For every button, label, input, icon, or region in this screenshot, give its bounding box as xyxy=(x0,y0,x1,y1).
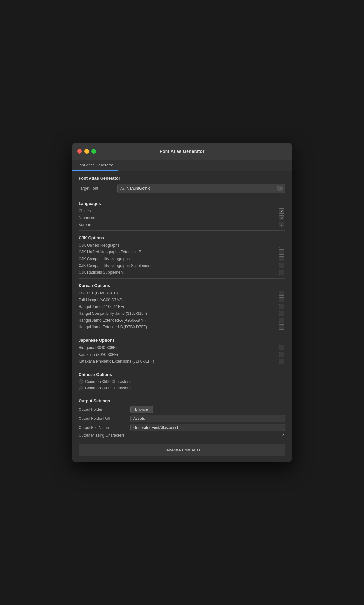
chinese-options-header: Chinese Options xyxy=(79,372,285,377)
font-select-inner: Aa NanumGothic xyxy=(120,186,150,191)
lang-korean-row: Korean ✓ xyxy=(79,222,285,227)
divider-6 xyxy=(79,394,285,394)
font-circle-button[interactable]: ○ xyxy=(277,186,283,191)
common-7000-radio[interactable] xyxy=(79,386,83,390)
hangul-jamo-label: Hangul Jamo (1100-11FF) xyxy=(79,304,124,309)
ks1001-checkbox[interactable] xyxy=(279,291,284,296)
output-file-name-input[interactable] xyxy=(130,424,285,431)
cjk-unified-checkbox[interactable] xyxy=(279,243,284,248)
hangul-jamo-ext-a-row: Hangul Jamo Extended-A (A960-A97F) xyxy=(79,318,285,323)
ks1001-label: KS-1001 (B0A0-C8FF) xyxy=(79,291,118,295)
hangul-compat-jamo-checkbox[interactable] xyxy=(279,311,284,316)
font-value: NanumGothic xyxy=(126,186,150,191)
lang-korean-label: Korean xyxy=(79,222,91,227)
section-title-main: Font Atlas Generator xyxy=(79,176,285,181)
title-bar: Font Atlas Generator xyxy=(72,143,292,160)
close-button[interactable] xyxy=(77,149,82,154)
cjk-compat-supp-checkbox[interactable] xyxy=(279,263,284,268)
katakana-phonetic-checkbox[interactable] xyxy=(279,359,284,364)
cjk-compat-row: CJK Compatibility Ideographs xyxy=(79,256,285,261)
cjk-compat-checkbox[interactable] xyxy=(279,256,284,261)
lang-japanese-checkbox[interactable]: ✓ xyxy=(279,215,284,220)
content-area: Font Atlas Generator Target Font Aa Nanu… xyxy=(72,171,292,462)
hangul-compat-jamo-row: Hangul Compatibility Jamo (3130-318F) xyxy=(79,311,285,316)
cjk-compat-label: CJK Compatibility Ideographs xyxy=(79,257,130,261)
output-file-name-label: Output File Name xyxy=(79,425,130,430)
output-folder-path-row: Output Folder Path xyxy=(79,415,285,422)
target-font-select[interactable]: Aa NanumGothic ○ xyxy=(117,184,285,193)
output-settings-header: Output Settings xyxy=(79,398,285,403)
katakana-phonetic-label: Katakana Phonetic Extensions (31F0-31FF) xyxy=(79,359,154,364)
common-7000-label: Common 7000 Characters xyxy=(85,386,131,390)
hangul-jamo-ext-b-label: Hangul Jamo Extended-B (D7B0-D7FF) xyxy=(79,325,147,329)
full-hangul-row: Full Hangul (AC00-D7A3) xyxy=(79,297,285,302)
lang-chinese-checkbox[interactable]: ✓ xyxy=(279,208,284,214)
hangul-compat-jamo-label: Hangul Compatibility Jamo (3130-318F) xyxy=(79,311,147,316)
lang-chinese-label: Chinese xyxy=(79,209,93,213)
katakana-label: Katakana (30A0-30FF) xyxy=(79,352,118,357)
target-font-label: Target Font xyxy=(79,186,117,191)
generate-button[interactable]: Generate Font Atlas xyxy=(79,444,285,456)
output-missing-right: ✓ xyxy=(281,434,284,437)
minimize-button[interactable] xyxy=(84,149,89,154)
main-window: Font Atlas Generator Font Atlas Generato… xyxy=(72,143,292,462)
lang-japanese-row: Japanese ✓ xyxy=(79,215,285,220)
hangul-jamo-ext-b-row: Hangul Jamo Extended-B (D7B0-D7FF) xyxy=(79,324,285,330)
output-folder-path-input[interactable] xyxy=(130,415,285,422)
cjk-ext-b-label: CJK Unified Ideographs Extension B xyxy=(79,250,141,254)
cjk-radicals-row: CJK Radicals Supplement xyxy=(79,270,285,275)
font-prefix: Aa xyxy=(120,186,124,190)
cjk-compat-supp-label: CJK Compatibility Ideographs Supplement xyxy=(79,263,151,268)
maximize-button[interactable] xyxy=(91,149,96,154)
full-hangul-checkbox[interactable] xyxy=(279,297,284,302)
cjk-options-header: CJK Options xyxy=(79,235,285,240)
hangul-jamo-checkbox[interactable] xyxy=(279,304,284,309)
hangul-jamo-ext-b-checkbox[interactable] xyxy=(279,324,284,330)
output-folder-label: Output Folder xyxy=(79,407,130,412)
katakana-checkbox[interactable] xyxy=(279,352,284,357)
window-title: Font Atlas Generator xyxy=(160,149,205,154)
hiragana-row: Hiragana (3040-309F) xyxy=(79,345,285,350)
lang-chinese-check: ✓ xyxy=(280,209,283,213)
output-missing-row: Output Missing Characters ✓ xyxy=(79,433,285,438)
target-font-row: Target Font Aa NanumGothic ○ xyxy=(79,184,285,193)
common-3500-label: Common 3500 Characters xyxy=(85,379,131,384)
cjk-ext-b-row: CJK Unified Ideographs Extension B xyxy=(79,249,285,255)
lang-korean-checkbox[interactable]: ✓ xyxy=(279,222,284,227)
tab-more-icon[interactable]: ⋮ xyxy=(282,162,288,169)
japanese-options-header: Japanese Options xyxy=(79,338,285,343)
hangul-jamo-ext-a-label: Hangul Jamo Extended-A (A960-A97F) xyxy=(79,318,146,323)
katakana-phonetic-row: Katakana Phonetic Extensions (31F0-31FF) xyxy=(79,359,285,364)
hiragana-checkbox[interactable] xyxy=(279,345,284,350)
lang-japanese-label: Japanese xyxy=(79,216,95,220)
hangul-jamo-ext-a-checkbox[interactable] xyxy=(279,318,284,323)
divider-3 xyxy=(79,278,285,279)
ks1001-row: KS-1001 (B0A0-C8FF) xyxy=(79,291,285,296)
cjk-ext-b-checkbox[interactable] xyxy=(279,249,284,255)
output-missing-label: Output Missing Characters xyxy=(79,433,124,438)
cjk-radicals-checkbox[interactable] xyxy=(279,270,284,275)
hiragana-label: Hiragana (3040-309F) xyxy=(79,345,117,350)
output-folder-path-label: Output Folder Path xyxy=(79,416,130,421)
common-7000-row: Common 7000 Characters xyxy=(79,386,285,390)
common-3500-row: Common 3500 Characters xyxy=(79,379,285,384)
languages-header: Languages xyxy=(79,201,285,206)
cjk-radicals-label: CJK Radicals Supplement xyxy=(79,270,123,275)
divider-2 xyxy=(79,230,285,231)
output-missing-checkmark: ✓ xyxy=(281,434,284,437)
lang-japanese-check: ✓ xyxy=(280,216,283,220)
lang-chinese-row: Chinese ✓ xyxy=(79,208,285,214)
browse-button[interactable]: Browse xyxy=(130,406,153,413)
divider-1 xyxy=(79,196,285,196)
tab-bar: Font Atlas Generator ⋮ xyxy=(72,160,292,171)
cjk-compat-supp-row: CJK Compatibility Ideographs Supplement xyxy=(79,263,285,268)
lang-korean-check: ✓ xyxy=(280,223,283,227)
common-3500-radio[interactable] xyxy=(79,379,83,384)
cjk-unified-label: CJK Unified Ideographs xyxy=(79,243,120,248)
hangul-jamo-row: Hangul Jamo (1100-11FF) xyxy=(79,304,285,309)
tab-font-atlas-generator[interactable]: Font Atlas Generator xyxy=(72,160,118,171)
output-folder-row: Output Folder Browse xyxy=(79,406,285,413)
divider-5 xyxy=(79,367,285,367)
cjk-unified-row: CJK Unified Ideographs xyxy=(79,243,285,248)
divider-4 xyxy=(79,333,285,333)
